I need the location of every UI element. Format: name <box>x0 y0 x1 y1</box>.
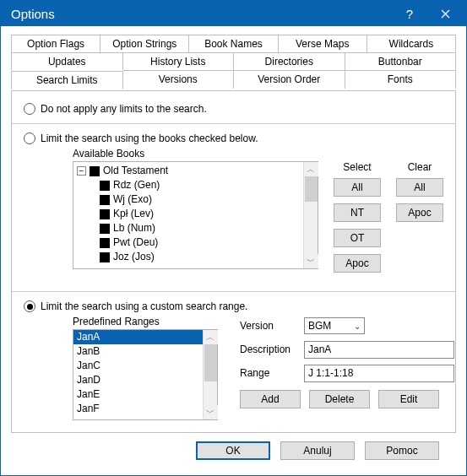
predefined-col: Predefined Ranges JanA JanB JanC JanD Ja… <box>73 316 218 420</box>
radio-books-label: Limit the search using the books checked… <box>41 133 258 144</box>
radio-no-limits-label: Do not apply any limits to the search. <box>41 103 207 115</box>
tree-item[interactable]: Kpł (Lev) <box>77 207 303 221</box>
scroll-thumb[interactable] <box>204 344 217 381</box>
scroll-down-icon[interactable]: ﹀ <box>304 254 318 268</box>
custom-range-area: Predefined Ranges JanA JanB JanC JanD Ja… <box>24 316 443 420</box>
tab-search-limits[interactable]: Search Limits <box>11 71 123 89</box>
select-ot-button[interactable]: OT <box>334 229 381 247</box>
tree-item[interactable]: Joz (Jos) <box>77 250 303 264</box>
checkbox-icon[interactable] <box>100 224 110 234</box>
checkbox-icon[interactable] <box>100 252 110 262</box>
list-item[interactable]: JanA <box>73 330 203 344</box>
clear-all-button[interactable]: All <box>396 178 443 197</box>
scroll-up-icon[interactable]: ︿ <box>304 162 318 176</box>
tree-item-label: Wj (Exo) <box>113 192 152 207</box>
help-button[interactable]: Pomoc <box>365 441 439 460</box>
title-bar: Options ? <box>1 1 466 26</box>
select-column: Select All NT OT Apoc <box>334 161 381 279</box>
tab-directories[interactable]: Directories <box>234 52 345 70</box>
list-item[interactable]: JanD <box>73 373 203 387</box>
tab-fonts[interactable]: Fonts <box>345 70 457 89</box>
select-heading: Select <box>334 161 381 173</box>
checkbox-icon[interactable] <box>100 195 110 205</box>
close-button[interactable] <box>427 2 463 25</box>
tree-item[interactable]: Pwt (Deu) <box>77 235 303 250</box>
close-icon <box>441 9 450 19</box>
select-nt-button[interactable]: NT <box>334 203 381 222</box>
tab-history-lists[interactable]: History Lists <box>123 52 235 70</box>
list-item[interactable]: JanE <box>73 387 203 402</box>
select-apoc-button[interactable]: Apoc <box>334 254 381 273</box>
version-label: Version <box>240 320 304 332</box>
clear-heading: Clear <box>396 161 443 173</box>
delete-button[interactable]: Delete <box>309 390 370 408</box>
tab-strip: Option Flags Option Strings Book Names V… <box>11 35 456 89</box>
client-area: Option Flags Option Strings Book Names V… <box>1 26 466 475</box>
chevron-down-icon: ⌄ <box>354 322 361 331</box>
checkbox-icon[interactable] <box>100 209 110 219</box>
help-titlebar-button[interactable]: ? <box>392 2 427 25</box>
clear-apoc-button[interactable]: Apoc <box>396 203 443 222</box>
separator-1 <box>12 123 455 124</box>
tab-verse-maps[interactable]: Verse Maps <box>279 35 367 52</box>
tree-item[interactable]: Wj (Exo) <box>77 192 303 207</box>
predefined-ranges-list[interactable]: JanA JanB JanC JanD JanE JanF ︿ ﹀ <box>73 329 218 420</box>
radio-no-limits-row[interactable]: Do not apply any limits to the search. <box>24 103 443 115</box>
ranges-scrollbar[interactable]: ︿ ﹀ <box>203 330 217 419</box>
scroll-down-icon[interactable]: ﹀ <box>204 405 218 419</box>
predefined-ranges-label: Predefined Ranges <box>73 316 218 327</box>
clear-column: Clear All Apoc <box>396 161 443 279</box>
scroll-thumb[interactable] <box>305 176 318 202</box>
edit-button[interactable]: Edit <box>378 390 439 408</box>
tree-item-label: Kpł (Lev) <box>113 207 154 221</box>
radio-no-limits[interactable] <box>24 103 35 115</box>
tab-option-strings[interactable]: Option Strings <box>100 35 189 52</box>
tree-item[interactable]: Lb (Num) <box>77 221 303 235</box>
tree-root-label: Old Testament <box>103 164 168 178</box>
add-button[interactable]: Add <box>240 390 301 408</box>
tab-wildcards[interactable]: Wildcards <box>367 35 456 52</box>
books-tree-content: − Old Testament Rdz (Gen) Wj (Exo) Kpł (… <box>73 162 303 268</box>
radio-books[interactable] <box>24 133 35 144</box>
ok-button[interactable]: OK <box>196 441 270 460</box>
checkbox-icon[interactable] <box>90 166 100 176</box>
list-item[interactable]: JanB <box>73 344 203 359</box>
radio-books-row[interactable]: Limit the search using the books checked… <box>24 133 443 144</box>
description-input[interactable]: JanA <box>304 341 454 359</box>
scroll-up-icon[interactable]: ︿ <box>204 330 218 344</box>
radio-custom-label: Limit the search using a custom search r… <box>41 300 247 312</box>
tree-item-label: Lb (Num) <box>113 221 155 235</box>
tree-root-row[interactable]: − Old Testament <box>77 164 303 178</box>
radio-custom-row[interactable]: Limit the search using a custom search r… <box>24 300 443 312</box>
select-clear-columns: Select All NT OT Apoc Clear All Apoc <box>334 161 443 279</box>
cancel-button[interactable]: Anuluj <box>280 441 355 460</box>
tab-body-search-limits: Do not apply any limits to the search. L… <box>11 90 456 433</box>
range-label: Range <box>240 367 304 379</box>
books-scrollbar[interactable]: ︿ ﹀ <box>303 162 318 268</box>
available-books-label: Available Books <box>73 148 443 160</box>
version-select[interactable]: BGM ⌄ <box>304 317 365 334</box>
separator-2 <box>12 291 455 292</box>
list-item[interactable]: JanC <box>73 359 203 373</box>
tab-option-flags[interactable]: Option Flags <box>11 35 100 52</box>
tree-item-label: Rdz (Gen) <box>113 178 160 192</box>
collapse-icon[interactable]: − <box>77 166 86 176</box>
tab-buttonbar[interactable]: Buttonbar <box>345 52 457 70</box>
tab-versions[interactable]: Versions <box>123 70 235 89</box>
range-input[interactable]: J 1:1-1:18 <box>304 365 454 382</box>
window-title: Options <box>11 7 392 21</box>
select-all-button[interactable]: All <box>334 178 381 197</box>
checkbox-icon[interactable] <box>100 238 110 248</box>
tab-version-order[interactable]: Version Order <box>234 70 345 89</box>
tree-item[interactable]: Rdz (Gen) <box>77 178 303 192</box>
books-tree[interactable]: − Old Testament Rdz (Gen) Wj (Exo) Kpł (… <box>73 161 318 269</box>
radio-custom[interactable] <box>24 300 35 312</box>
tree-item-label: Joz (Jos) <box>113 250 155 264</box>
tab-book-names[interactable]: Book Names <box>189 35 278 52</box>
tab-updates[interactable]: Updates <box>11 52 123 70</box>
checkbox-icon[interactable] <box>100 181 110 191</box>
tab-row-1: Option Flags Option Strings Book Names V… <box>11 35 456 52</box>
list-item[interactable]: JanF <box>73 402 203 416</box>
dialog-footer: OK Anuluj Pomoc <box>11 433 456 468</box>
description-label: Description <box>240 343 304 355</box>
